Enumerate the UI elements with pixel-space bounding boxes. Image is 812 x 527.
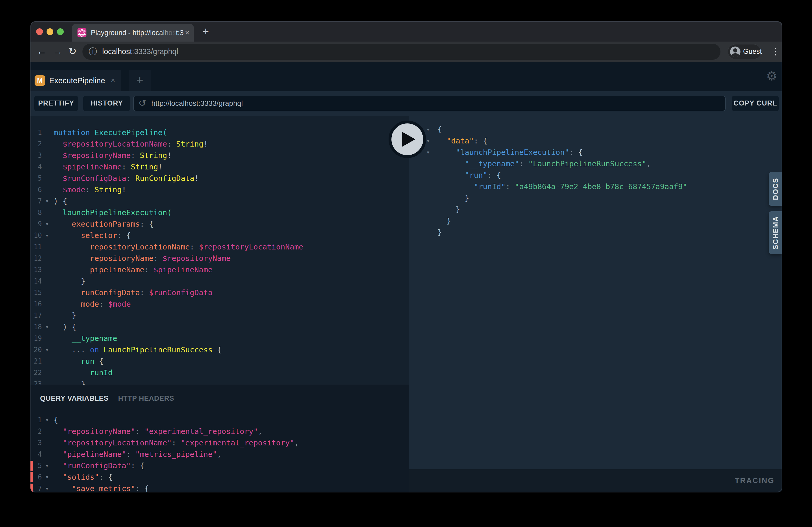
line-number: 11 <box>30 241 42 253</box>
code-line: 4 $pipelineName: String! <box>30 161 409 172</box>
query-variables-panel[interactable]: QUERY VARIABLES HTTP HEADERS 1▾{2 "repos… <box>30 385 409 493</box>
mutation-badge: M <box>34 75 45 86</box>
code-line: 17 } <box>30 310 409 321</box>
fold-arrow-icon[interactable]: ▾ <box>43 230 51 241</box>
traffic-light-minimize[interactable] <box>46 28 53 35</box>
fold-arrow-icon[interactable]: ▾ <box>43 471 51 483</box>
code-line: 11 repositoryLocationName: $repositoryLo… <box>30 241 409 253</box>
playground-new-tab-button[interactable]: + <box>129 70 151 91</box>
code-line: ▾ "launchPipelineExecution": { <box>409 147 782 158</box>
browser-tab[interactable]: Playground - http://localhost:3 × <box>72 24 194 42</box>
code-text: "pipelineName": "metrics_pipeline", <box>54 449 222 460</box>
endpoint-input[interactable]: ↺ http://localhost:3333/graphql <box>133 96 726 111</box>
fold-arrow-icon[interactable]: ▾ <box>43 414 51 426</box>
line-number: 17 <box>30 310 42 321</box>
reload-icon[interactable]: ↻ <box>68 42 77 62</box>
play-icon <box>402 132 415 147</box>
code-line: 5▾ "runConfigData": { <box>30 460 409 471</box>
code-text: ... on LaunchPipelineRunSuccess { <box>54 344 222 356</box>
traffic-light-close[interactable] <box>36 28 43 35</box>
code-text: "launchPipelineExecution": { <box>437 147 583 158</box>
line-number: 6 <box>30 184 42 195</box>
code-line: 1▾{ <box>30 414 409 426</box>
endpoint-url: http://localhost:3333/graphql <box>151 96 243 111</box>
code-text: __typename <box>54 333 117 344</box>
code-text: mode: $mode <box>54 298 131 310</box>
new-tab-button[interactable]: + <box>199 25 213 39</box>
back-icon[interactable]: ← <box>37 42 46 62</box>
traffic-light-zoom[interactable] <box>57 28 64 35</box>
copy-curl-button[interactable]: COPY CURL <box>732 96 779 111</box>
code-line: 20▾ ... on LaunchPipelineRunSuccess { <box>30 344 409 356</box>
fold-arrow-icon[interactable]: ▾ <box>424 124 432 135</box>
tab-http-headers[interactable]: HTTP HEADERS <box>118 394 174 403</box>
line-number: 5 <box>30 460 42 471</box>
fold-arrow-icon[interactable]: ▾ <box>43 195 51 207</box>
code-line: 8 launchPipelineExecution( <box>30 207 409 218</box>
code-text: "solids": { <box>54 471 113 483</box>
prettify-button[interactable]: PRETTIFY <box>34 96 78 111</box>
line-number: 14 <box>30 275 42 287</box>
fold-arrow-icon[interactable]: ▾ <box>43 483 51 493</box>
endpoint-history-icon[interactable]: ↺ <box>139 96 146 111</box>
code-line: 15 runConfigData: $runConfigData <box>30 287 409 298</box>
fold-arrow-icon[interactable]: ▾ <box>43 344 51 356</box>
code-line: 7▾) { <box>30 195 409 207</box>
code-text: $repositoryLocationName: String! <box>54 138 208 150</box>
code-text: } <box>54 275 85 287</box>
line-number: 3 <box>30 150 42 161</box>
line-number: 8 <box>30 207 42 218</box>
code-text: launchPipelineExecution( <box>54 207 172 218</box>
site-info-icon[interactable]: ⓘ <box>89 44 97 60</box>
code-line: 14 } <box>30 275 409 287</box>
code-text: { <box>54 414 58 426</box>
code-line: 23 } <box>30 378 409 385</box>
line-number: 5 <box>30 172 42 184</box>
code-text: repositoryLocationName: $repositoryLocat… <box>54 241 303 253</box>
settings-gear-icon[interactable]: ⚙ <box>763 68 780 85</box>
profile-button[interactable]: Guest <box>728 44 761 59</box>
schema-side-tab[interactable]: SCHEMA <box>769 211 782 254</box>
code-text: "__typename": "LaunchPipelineRunSuccess"… <box>437 158 651 169</box>
fold-arrow-icon[interactable]: ▾ <box>43 321 51 333</box>
playground-tab-executepipeline[interactable]: M ExecutePipeline × <box>30 70 121 91</box>
code-line: 3 "repositoryLocationName": "experimenta… <box>30 437 409 449</box>
line-number: 7 <box>30 483 42 493</box>
tab-title-fade <box>158 24 176 42</box>
history-button[interactable]: HISTORY <box>83 96 130 111</box>
code-line: 12 repositoryName: $repositoryName <box>30 253 409 264</box>
code-text: "repositoryLocationName": "experimental_… <box>54 437 299 449</box>
line-number: 13 <box>30 264 42 275</box>
execute-play-button[interactable] <box>389 121 426 158</box>
code-line: } <box>409 192 782 204</box>
code-text: { <box>437 124 442 135</box>
code-line: 16 mode: $mode <box>30 298 409 310</box>
browser-menu-icon[interactable]: ⋮ <box>771 42 780 62</box>
code-line: 7▾ "save_metrics": { <box>30 483 409 493</box>
tab-close-icon[interactable]: × <box>185 24 190 42</box>
forward-icon[interactable]: → <box>53 42 63 62</box>
line-number: 21 <box>30 356 42 367</box>
playground-tab-close-icon[interactable]: × <box>111 70 115 91</box>
code-text: "data": { <box>437 135 488 147</box>
code-line: 1mutation ExecutePipeline( <box>30 127 409 138</box>
tab-query-variables[interactable]: QUERY VARIABLES <box>40 394 109 403</box>
address-bar[interactable]: ⓘ localhost:3333/graphql <box>83 44 721 60</box>
fold-arrow-icon[interactable]: ▾ <box>424 147 432 158</box>
playground-tab-label: ExecutePipeline <box>49 70 105 91</box>
tracing-label[interactable]: TRACING <box>735 469 774 493</box>
fold-arrow-icon[interactable]: ▾ <box>43 218 51 230</box>
code-text: selector: { <box>54 230 131 241</box>
code-text: "runConfigData": { <box>54 460 144 471</box>
docs-side-tab[interactable]: DOCS <box>769 172 782 206</box>
code-text: } <box>437 215 451 227</box>
code-line: "run": { <box>409 169 782 181</box>
line-number: 4 <box>30 449 42 460</box>
browser-window: Playground - http://localhost:3 × + ← → … <box>30 21 782 493</box>
fold-arrow-icon[interactable]: ▾ <box>43 460 51 471</box>
code-text: "save_metrics": { <box>54 483 149 493</box>
code-line: 2 $repositoryLocationName: String! <box>30 138 409 150</box>
code-text: pipelineName: $pipelineName <box>54 264 213 275</box>
code-text: repositoryName: $repositoryName <box>54 253 231 264</box>
query-editor[interactable]: 1mutation ExecutePipeline(2 $repositoryL… <box>30 116 409 385</box>
